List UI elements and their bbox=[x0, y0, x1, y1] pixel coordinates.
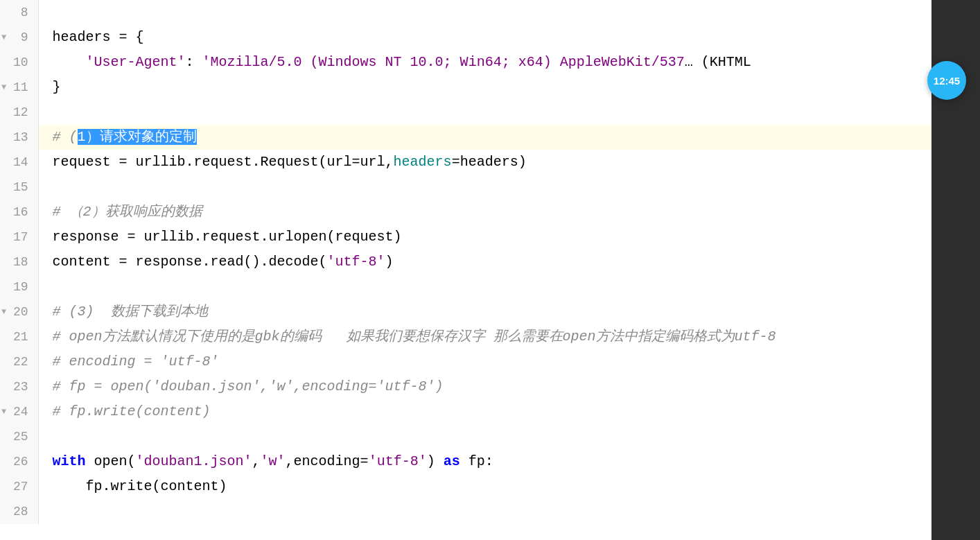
line-number: 23 bbox=[0, 374, 38, 399]
table-row: 18content = response.read().decode('utf-… bbox=[0, 250, 968, 275]
line-number: 8 bbox=[0, 0, 38, 25]
table-row: 26with open('douban1.json','w',encoding=… bbox=[0, 449, 968, 474]
code-token: (url=url, bbox=[319, 154, 394, 170]
code-token: # ( bbox=[53, 129, 78, 145]
line-content bbox=[38, 0, 968, 25]
line-number: 28 bbox=[0, 499, 38, 524]
line-content: # fp.write(content) bbox=[38, 399, 968, 424]
line-number: 19 bbox=[0, 275, 38, 299]
line-content: 'User-Agent': 'Mozilla/5.0 (Windows NT 1… bbox=[38, 50, 968, 75]
line-content: response = urllib.request.urlopen(reques… bbox=[38, 225, 968, 250]
code-token: … bbox=[685, 54, 693, 70]
fold-icon[interactable]: ▼ bbox=[1, 299, 6, 324]
table-row: 13# (1）请求对象的定制 bbox=[0, 125, 968, 150]
line-number: 12 bbox=[0, 100, 38, 125]
code-token: request bbox=[53, 154, 111, 170]
code-token: (request) bbox=[327, 229, 402, 245]
code-token: 'User-Agent' bbox=[86, 54, 186, 70]
table-row: 16# （2）获取响应的数据 bbox=[0, 200, 968, 225]
code-token: 'douban1.json' bbox=[136, 453, 252, 469]
table-row: 23# fp = open('douban.json','w',encoding… bbox=[0, 374, 968, 399]
line-number: 14 bbox=[0, 150, 38, 175]
line-content: with open('douban1.json','w',encoding='u… bbox=[38, 449, 968, 474]
table-row: 14request = urllib.request.Request(url=u… bbox=[0, 150, 968, 175]
line-content bbox=[38, 424, 968, 449]
table-row: ▼11} bbox=[0, 75, 968, 100]
code-token: = { bbox=[111, 29, 144, 45]
code-token: urllib.request.urlopen bbox=[144, 229, 327, 245]
code-token: ,encoding= bbox=[286, 453, 369, 469]
line-content: # fp = open('douban.json','w',encoding='… bbox=[38, 374, 968, 399]
code-token: headers bbox=[53, 29, 111, 45]
line-content: fp.write(content) bbox=[38, 474, 968, 499]
line-number: 13 bbox=[0, 125, 38, 150]
table-row: 19 bbox=[0, 275, 968, 299]
code-token: # encoding = 'utf-8' bbox=[53, 354, 219, 369]
code-token: response bbox=[53, 229, 119, 245]
line-content: # (1）请求对象的定制 bbox=[38, 125, 968, 150]
code-token: content bbox=[53, 254, 111, 270]
line-content bbox=[38, 175, 968, 200]
code-token: 'utf-8' bbox=[369, 453, 427, 469]
table-row: 8 bbox=[0, 0, 968, 25]
code-token: open( bbox=[86, 453, 136, 469]
line-number: 16 bbox=[0, 200, 38, 225]
code-token: = bbox=[111, 254, 136, 270]
code-token: # （2）获取响应的数据 bbox=[53, 204, 202, 220]
line-content: # （2）获取响应的数据 bbox=[38, 200, 968, 225]
code-token: # (3) 数据下载到本地 bbox=[53, 304, 208, 320]
code-token: fp.write(content) bbox=[53, 478, 227, 494]
line-number: 25 bbox=[0, 424, 38, 449]
code-token: # fp = open('douban.json','w',encoding='… bbox=[53, 378, 444, 394]
code-token: # open方法默认情况下使用的是gbk的编码 如果我们要想保存汉字 那么需要在… bbox=[53, 329, 776, 345]
code-token: = bbox=[119, 229, 144, 245]
table-row: 22# encoding = 'utf-8' bbox=[0, 349, 968, 374]
line-number: ▼11 bbox=[0, 75, 38, 100]
table-row: 25 bbox=[0, 424, 968, 449]
table-row: 21# open方法默认情况下使用的是gbk的编码 如果我们要想保存汉字 那么需… bbox=[0, 324, 968, 349]
code-table: 8▼9headers = {10 'User-Agent': 'Mozilla/… bbox=[0, 0, 968, 524]
code-token: } bbox=[53, 79, 61, 95]
code-token: as bbox=[444, 453, 460, 469]
line-content: # (3) 数据下载到本地 bbox=[38, 299, 968, 324]
table-row: 12 bbox=[0, 100, 968, 125]
line-number: ▼20 bbox=[0, 299, 38, 324]
table-row: ▼20# (3) 数据下载到本地 bbox=[0, 299, 968, 324]
code-token: with bbox=[53, 453, 86, 469]
code-token bbox=[53, 54, 86, 70]
code-token: : bbox=[186, 54, 202, 70]
code-token: (KHTML bbox=[693, 54, 751, 70]
line-number: 26 bbox=[0, 449, 38, 474]
line-number: ▼24 bbox=[0, 399, 38, 424]
fold-icon[interactable]: ▼ bbox=[1, 75, 6, 100]
code-token: ) bbox=[427, 453, 444, 469]
line-number: 10 bbox=[0, 50, 38, 75]
code-token: 'Mozilla/5.0 (Windows NT 10.0; Win64; x6… bbox=[202, 54, 685, 70]
table-row: 17response = urllib.request.urlopen(requ… bbox=[0, 225, 968, 250]
line-number: 22 bbox=[0, 349, 38, 374]
table-row: 27 fp.write(content) bbox=[0, 474, 968, 499]
line-content bbox=[38, 100, 968, 125]
fold-icon[interactable]: ▼ bbox=[1, 399, 6, 424]
line-number: 21 bbox=[0, 324, 38, 349]
table-row: 28 bbox=[0, 499, 968, 524]
line-content: request = urllib.request.Request(url=url… bbox=[38, 150, 968, 175]
code-token: =headers) bbox=[452, 154, 527, 170]
code-token: 1）请求对象的定制 bbox=[78, 129, 197, 145]
code-token: ) bbox=[385, 254, 394, 270]
table-row: ▼9headers = { bbox=[0, 25, 968, 50]
clock-time: 12:45 bbox=[934, 75, 960, 87]
table-row: ▼24# fp.write(content) bbox=[0, 399, 968, 424]
table-row: 15 bbox=[0, 175, 968, 200]
line-number: 15 bbox=[0, 175, 38, 200]
fold-icon[interactable]: ▼ bbox=[1, 25, 6, 50]
code-token: response.read().decode( bbox=[136, 254, 327, 270]
code-token: fp: bbox=[460, 453, 493, 469]
line-number: ▼9 bbox=[0, 25, 38, 50]
code-token: = bbox=[111, 154, 136, 170]
line-content: } bbox=[38, 75, 968, 100]
table-row: 10 'User-Agent': 'Mozilla/5.0 (Windows N… bbox=[0, 50, 968, 75]
clock-badge: 12:45 bbox=[927, 61, 966, 100]
code-area[interactable]: 8▼9headers = {10 'User-Agent': 'Mozilla/… bbox=[0, 0, 968, 540]
line-content: headers = { bbox=[38, 25, 968, 50]
